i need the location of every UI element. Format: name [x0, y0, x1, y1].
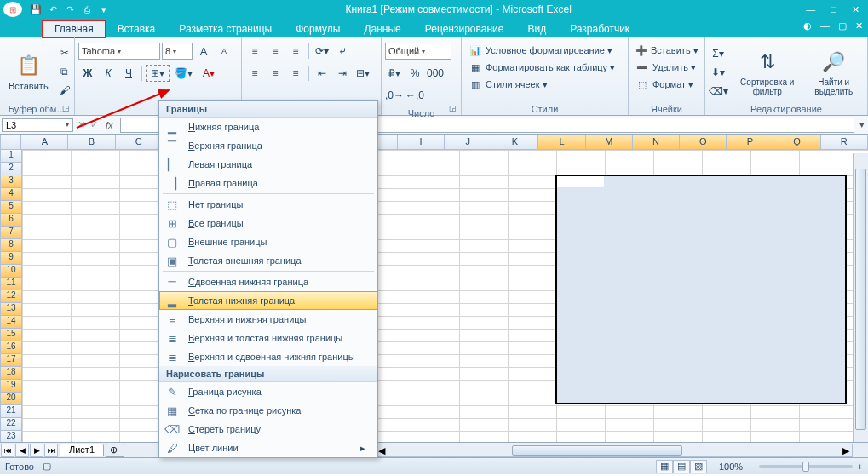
align-middle-icon[interactable]: ≡: [266, 43, 285, 60]
wrap-text-icon[interactable]: ⤶: [333, 43, 352, 60]
row-header[interactable]: 9: [0, 252, 22, 265]
row-header[interactable]: 12: [0, 290, 22, 303]
cut-icon[interactable]: ✂: [55, 44, 74, 61]
zoom-level[interactable]: 100%: [719, 462, 743, 472]
horizontal-scrollbar[interactable]: ◀▶: [375, 444, 853, 457]
orientation-icon[interactable]: ⟳▾: [313, 43, 331, 60]
find-select-button[interactable]: 🔎 Найти и выделить: [803, 41, 864, 103]
border-option[interactable]: ≣Верхняя и толстая нижняя границы: [159, 329, 377, 347]
column-header[interactable]: N: [633, 135, 680, 150]
format-painter-icon[interactable]: 🖌: [55, 82, 74, 99]
column-header[interactable]: Q: [773, 135, 820, 150]
qat-more-icon[interactable]: ▾: [97, 3, 111, 16]
row-header[interactable]: 23: [0, 431, 22, 442]
doc-close-icon[interactable]: ✕: [855, 20, 863, 32]
doc-restore-icon[interactable]: ▢: [838, 20, 847, 32]
row-header[interactable]: 18: [0, 367, 22, 380]
minimize-button[interactable]: —: [806, 4, 815, 15]
column-header[interactable]: C: [116, 135, 163, 150]
tab-review[interactable]: Рецензирование: [413, 20, 516, 37]
clipboard-launcher-icon[interactable]: ◲: [62, 104, 72, 114]
tab-data[interactable]: Данные: [352, 20, 412, 37]
increase-indent-icon[interactable]: ⇥: [333, 65, 352, 82]
clear-icon[interactable]: ⌫▾: [709, 83, 727, 100]
close-button[interactable]: ✕: [852, 4, 859, 15]
doc-minimize-icon[interactable]: —: [820, 20, 830, 32]
row-header[interactable]: 11: [0, 278, 22, 290]
row-header[interactable]: 17: [0, 354, 22, 367]
select-all-button[interactable]: [0, 135, 21, 150]
italic-button[interactable]: К: [99, 65, 118, 82]
zoom-slider[interactable]: [759, 465, 853, 468]
vertical-scrollbar[interactable]: [853, 153, 868, 445]
draw-border-option[interactable]: ✎Граница рисунка: [159, 382, 377, 401]
sort-filter-button[interactable]: ⇅ Сортировка и фильтр: [733, 41, 802, 103]
tab-home[interactable]: Главная: [43, 20, 106, 37]
tab-insert[interactable]: Вставка: [106, 20, 168, 37]
draw-border-option[interactable]: ⌫Стереть границу: [159, 420, 377, 439]
fill-color-button[interactable]: 🪣▾: [171, 65, 195, 82]
currency-icon[interactable]: ₽▾: [385, 65, 404, 82]
page-break-view-button[interactable]: ▧: [690, 460, 707, 473]
number-format-combo[interactable]: Общий▾: [385, 43, 451, 60]
decrease-indent-icon[interactable]: ⇤: [313, 65, 331, 82]
align-center-icon[interactable]: ≡: [266, 65, 285, 82]
bold-button[interactable]: Ж: [78, 65, 97, 82]
save-icon[interactable]: 💾: [29, 3, 43, 16]
align-right-icon[interactable]: ≡: [286, 65, 305, 82]
name-box[interactable]: L3▾: [2, 118, 73, 132]
line-color-submenu[interactable]: 🖊Цвет линии ▸: [159, 439, 377, 457]
border-option[interactable]: ▔Верхняя граница: [159, 136, 377, 155]
column-header[interactable]: P: [727, 135, 773, 150]
row-header[interactable]: 13: [0, 303, 22, 316]
border-option[interactable]: ▂Толстая нижняя граница: [159, 291, 377, 310]
align-left-icon[interactable]: ≡: [245, 65, 264, 82]
column-header[interactable]: K: [491, 135, 538, 150]
row-header[interactable]: 10: [0, 265, 22, 278]
undo-icon[interactable]: ↶: [46, 3, 60, 16]
conditional-formatting-button[interactable]: 📊Условное форматирование ▾: [465, 43, 624, 58]
column-header[interactable]: M: [586, 135, 633, 150]
first-sheet-button[interactable]: ⏮: [1, 444, 14, 457]
column-header[interactable]: L: [538, 135, 585, 150]
insert-cells-button[interactable]: ➕Вставить ▾: [632, 43, 701, 58]
office-button[interactable]: ⊞: [3, 2, 22, 17]
paste-button[interactable]: 📋 Вставить: [3, 39, 54, 103]
help-icon[interactable]: ◐: [803, 20, 812, 32]
row-header[interactable]: 20: [0, 393, 22, 405]
decrease-decimal-icon[interactable]: ←,0: [405, 87, 424, 104]
column-header[interactable]: B: [68, 135, 115, 150]
row-header[interactable]: 14: [0, 316, 22, 329]
fill-icon[interactable]: ⬇▾: [709, 64, 727, 81]
border-option[interactable]: ▕Правая граница: [159, 174, 377, 192]
tab-developer[interactable]: Разработчик: [558, 20, 641, 37]
prev-sheet-button[interactable]: ◀: [15, 444, 29, 457]
borders-button[interactable]: ⊞▾: [146, 65, 170, 82]
border-option[interactable]: ▁Нижняя граница: [159, 118, 377, 136]
row-header[interactable]: 4: [0, 188, 22, 201]
row-header[interactable]: 22: [0, 418, 22, 431]
worksheet-grid[interactable]: ABCDEFGHIJKLMNOPQR 123456789101112131415…: [0, 135, 868, 442]
zoom-out-button[interactable]: −: [748, 462, 753, 472]
row-header[interactable]: 15: [0, 329, 22, 341]
underline-button[interactable]: Ч: [119, 65, 138, 82]
border-option[interactable]: ⊞Все границы: [159, 214, 377, 232]
row-header[interactable]: 7: [0, 227, 22, 239]
cancel-formula-icon[interactable]: ✕: [78, 119, 85, 130]
tab-formulas[interactable]: Формулы: [284, 20, 352, 37]
column-header[interactable]: I: [398, 135, 445, 150]
row-header[interactable]: 19: [0, 380, 22, 393]
column-header[interactable]: J: [445, 135, 491, 150]
expand-formula-icon[interactable]: ▾: [859, 119, 865, 130]
font-name-combo[interactable]: Tahoma▾: [78, 43, 160, 60]
enter-formula-icon[interactable]: ✓: [90, 119, 98, 130]
border-option[interactable]: ≡Верхняя и нижняя границы: [159, 310, 377, 329]
border-option[interactable]: ▣Толстая внешняя граница: [159, 251, 377, 270]
row-header[interactable]: 5: [0, 201, 22, 214]
cell-styles-button[interactable]: ▥Стили ячеек ▾: [465, 77, 624, 92]
autosum-icon[interactable]: Σ▾: [709, 45, 727, 62]
redo-icon[interactable]: ↷: [63, 3, 77, 16]
row-header[interactable]: 16: [0, 341, 22, 354]
last-sheet-button[interactable]: ⏭: [44, 444, 58, 457]
maximize-button[interactable]: □: [831, 4, 836, 15]
